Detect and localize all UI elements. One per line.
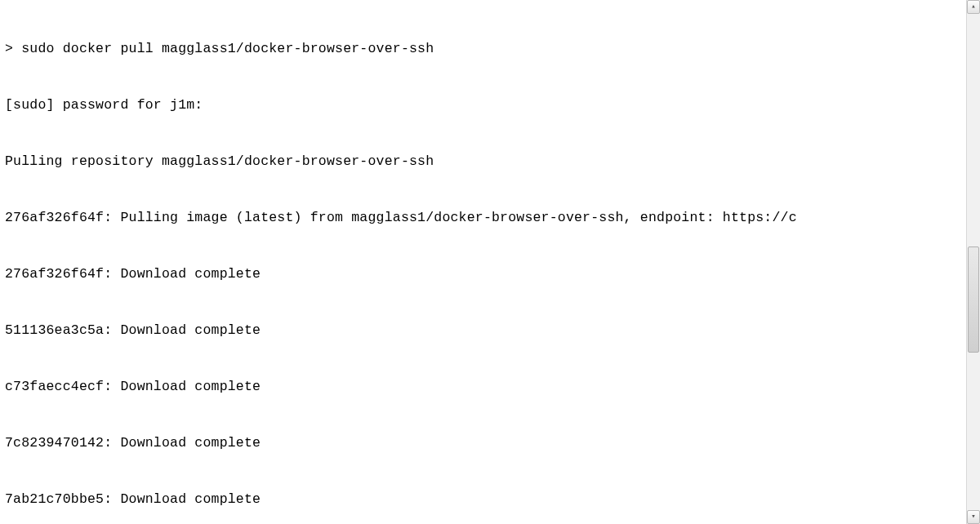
scrollbar-thumb[interactable] xyxy=(968,246,979,353)
terminal-window: > sudo docker pull magglass1/docker-brow… xyxy=(0,0,980,524)
terminal-line: c73faecc4ecf: Download complete xyxy=(5,377,961,396)
terminal-line: > sudo docker pull magglass1/docker-brow… xyxy=(5,39,961,58)
terminal-line: [sudo] password for j1m: xyxy=(5,95,961,114)
terminal-line: 7ab21c70bbe5: Download complete xyxy=(5,490,961,508)
terminal-line: 276af326f64f: Pulling image (latest) fro… xyxy=(5,208,961,227)
terminal-line: Pulling repository magglass1/docker-brow… xyxy=(5,152,961,171)
scrollbar-track[interactable] xyxy=(967,14,980,510)
scroll-up-button[interactable]: ▴ xyxy=(967,0,980,14)
terminal-line: 7c8239470142: Download complete xyxy=(5,433,961,452)
terminal-line: 276af326f64f: Download complete xyxy=(5,264,961,283)
terminal-line: 511136ea3c5a: Download complete xyxy=(5,321,961,340)
terminal-output[interactable]: > sudo docker pull magglass1/docker-brow… xyxy=(0,0,966,524)
scroll-down-button[interactable]: ▾ xyxy=(967,510,980,524)
vertical-scrollbar[interactable]: ▴ ▾ xyxy=(966,0,980,524)
